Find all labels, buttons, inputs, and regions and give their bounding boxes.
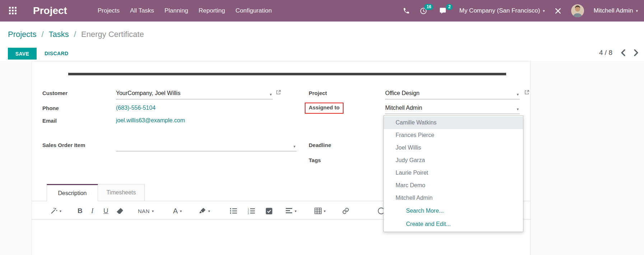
email-label: Email — [42, 118, 57, 124]
dropdown-item-laurie-poiret[interactable]: Laurie Poiret — [384, 167, 523, 179]
customer-field[interactable]: YourCompany, Joel Willis ▾ — [116, 89, 273, 99]
dropdown-item-judy-garza[interactable]: Judy Garza — [384, 154, 523, 167]
pager-next-button[interactable] — [634, 49, 639, 56]
table-dropdown[interactable]: ▾ — [314, 206, 326, 216]
checklist-icon — [266, 208, 272, 214]
pager-previous-button[interactable] — [620, 49, 626, 56]
font-size-value: NAN — [138, 208, 150, 214]
company-name: My Company (San Francisco) — [459, 7, 540, 14]
numbered-list-icon: 123 — [248, 208, 255, 214]
menu-planning[interactable]: Planning — [164, 7, 188, 14]
dropdown-item-mitchell-admin[interactable]: Mitchell Admin — [384, 192, 523, 204]
caret-down-icon: ▾ — [543, 9, 545, 13]
save-button[interactable]: SAVE — [8, 48, 37, 60]
company-switcher[interactable]: My Company (San Francisco) ▾ — [459, 7, 545, 14]
tab-timesheets[interactable]: Timesheets — [98, 184, 145, 201]
sales-order-item-label: Sales Order Item — [42, 142, 85, 148]
table-icon — [314, 208, 322, 214]
project-external-link-icon[interactable] — [524, 90, 529, 95]
project-field[interactable]: Office Design ▾ — [385, 89, 520, 99]
messages-icon[interactable]: 2 — [439, 7, 447, 14]
app-title[interactable]: Project — [33, 5, 67, 16]
user-menu[interactable]: Mitchell Admin ▾ — [594, 7, 638, 14]
paintbrush-icon — [199, 207, 206, 214]
caret-down-icon[interactable]: ▾ — [293, 144, 295, 149]
bold-button[interactable]: B — [78, 206, 83, 216]
dropdown-item-marc-demo[interactable]: Marc Demo — [384, 179, 523, 192]
email-value-link[interactable]: joel.willis63@example.com — [116, 117, 185, 124]
discard-button[interactable]: DISCARD — [42, 50, 71, 57]
menu-reporting[interactable]: Reporting — [199, 7, 225, 14]
deadline-label: Deadline — [309, 142, 331, 148]
tab-description[interactable]: Description — [47, 184, 98, 201]
breadcrumb-separator: / — [39, 30, 47, 39]
italic-button[interactable]: I — [91, 206, 93, 216]
style-magic-wand-button[interactable]: ▾ — [50, 206, 61, 216]
checklist-button[interactable] — [266, 206, 272, 216]
caret-down-icon: ▾ — [208, 209, 210, 213]
numbered-list-button[interactable]: 123 — [248, 206, 255, 216]
customer-external-link-icon[interactable] — [276, 90, 281, 95]
caret-down-icon: ▾ — [60, 209, 61, 213]
dropdown-item-joel-willis[interactable]: Joel Willis — [384, 142, 523, 154]
assigned-to-label: Assigned to — [309, 104, 340, 110]
assigned-to-field[interactable]: Mitchell Admin ▾ — [385, 103, 520, 114]
breadcrumb-separator: / — [71, 30, 79, 39]
remove-format-button[interactable] — [116, 206, 123, 216]
dropdown-create-and-edit[interactable]: Create and Edit... — [384, 218, 523, 231]
phone-label: Phone — [42, 105, 59, 111]
dropdown-item-frances-pierce[interactable]: Frances Pierce — [384, 129, 523, 142]
breadcrumb-current: Energy Certificate — [81, 30, 144, 39]
activities-badge: 16 — [424, 4, 433, 10]
underline-button[interactable]: U — [103, 206, 108, 216]
main-menu: Projects All Tasks Planning Reporting Co… — [98, 7, 272, 14]
breadcrumb-tasks[interactable]: Tasks — [48, 30, 69, 39]
sales-order-item-value[interactable] — [116, 141, 297, 142]
magic-wand-icon — [50, 207, 57, 214]
caret-down-icon: ▾ — [295, 209, 297, 213]
apps-grid-icon[interactable] — [9, 7, 17, 15]
pager-value[interactable]: 4 / 8 — [599, 49, 612, 57]
chevron-right-icon — [634, 49, 639, 56]
font-size-dropdown[interactable]: NAN ▾ — [138, 206, 154, 216]
align-dropdown[interactable]: ▾ — [286, 206, 297, 216]
user-avatar[interactable] — [571, 4, 584, 17]
assigned-to-value[interactable]: Mitchell Admin — [385, 103, 520, 111]
bullet-list-icon — [230, 208, 237, 214]
top-navbar: Project Projects All Tasks Planning Repo… — [0, 0, 644, 22]
menu-all-tasks[interactable]: All Tasks — [130, 7, 154, 14]
customer-value[interactable]: YourCompany, Joel Willis — [116, 89, 273, 96]
project-label: Project — [309, 90, 327, 96]
odoo-project-task-form: Project Projects All Tasks Planning Repo… — [0, 0, 644, 255]
menu-configuration[interactable]: Configuration — [235, 7, 272, 14]
messages-badge: 2 — [446, 4, 453, 10]
caret-down-icon[interactable]: ▾ — [517, 92, 519, 97]
caret-down-icon[interactable]: ▾ — [517, 107, 519, 112]
bullet-list-button[interactable] — [230, 206, 237, 216]
phone-value-link[interactable]: (683)-556-5104 — [116, 105, 155, 111]
link-icon — [342, 207, 350, 214]
menu-projects[interactable]: Projects — [98, 7, 120, 14]
sales-order-item-field[interactable]: ▾ — [116, 141, 297, 151]
pager: 4 / 8 — [599, 49, 639, 57]
dropdown-search-more[interactable]: Search More... — [384, 204, 523, 218]
customer-label: Customer — [42, 90, 67, 96]
caret-down-icon[interactable]: ▾ — [270, 92, 272, 97]
breadcrumb: Projects / Tasks / Energy Certificate — [8, 30, 144, 39]
dropdown-item-camille-watkins[interactable]: Camille Watkins — [384, 117, 523, 129]
align-icon — [286, 208, 293, 214]
project-value[interactable]: Office Design — [385, 89, 520, 96]
voip-phone-icon[interactable] — [403, 7, 410, 14]
highlight-color-dropdown[interactable]: ▾ — [199, 206, 210, 216]
task-title-underline — [68, 73, 506, 75]
breadcrumb-projects[interactable]: Projects — [8, 30, 36, 39]
activities-clock-icon[interactable]: 16 — [420, 7, 427, 15]
tags-label: Tags — [309, 157, 321, 163]
navbar-left: Project Projects All Tasks Planning Repo… — [0, 5, 272, 16]
svg-text:3: 3 — [248, 212, 249, 214]
chevron-left-icon — [620, 49, 626, 56]
debug-tools-icon[interactable] — [555, 8, 561, 14]
text-color-letter: A — [173, 207, 178, 215]
text-color-dropdown[interactable]: A ▾ — [173, 206, 182, 216]
insert-link-button[interactable] — [342, 206, 350, 216]
